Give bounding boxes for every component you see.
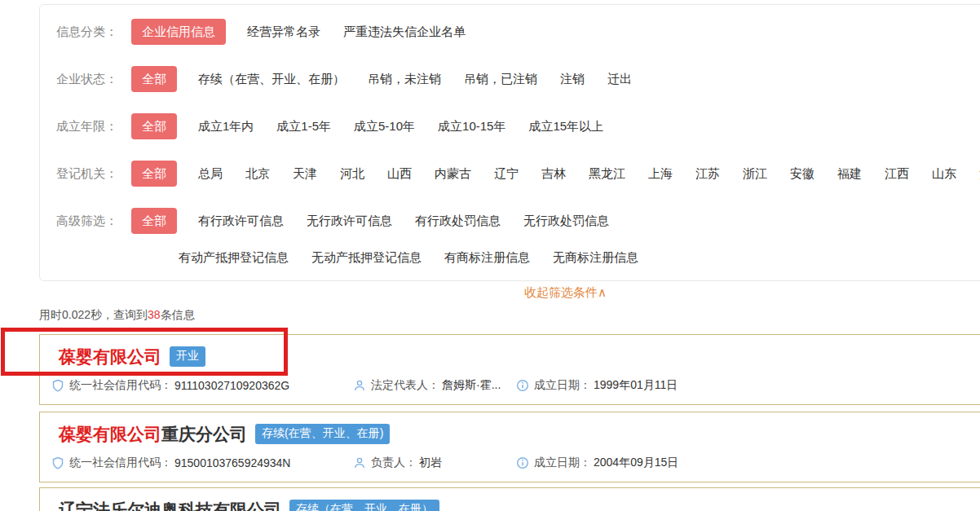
- field-label: 统一社会信用代码：: [69, 456, 172, 470]
- filter-selected-button[interactable]: 全部: [131, 208, 177, 234]
- field-label: 负责人：: [371, 456, 417, 470]
- filter-row-label: 成立年限：: [56, 119, 131, 134]
- field-label: 成立日期：: [534, 378, 591, 393]
- legal-rep-field: 法定代表人： 詹姆斯·霍...: [353, 378, 516, 393]
- company-name-rest: 辽宁法乐尔迪奥科技有限公司: [59, 500, 281, 511]
- filter-option[interactable]: 天津: [293, 166, 317, 182]
- shield-icon: [51, 379, 64, 392]
- filter-option[interactable]: 有动产抵押登记信息: [179, 250, 289, 266]
- filter-option[interactable]: 河北: [340, 166, 364, 182]
- filter-row-enterprise-status: 企业状态： 全部 存续（在营、开业、在册） 吊销，未注销 吊销，已注销 注销 迁…: [56, 55, 980, 103]
- filter-option[interactable]: 吊销，已注销: [464, 72, 537, 87]
- filter-option[interactable]: 成立15年以上: [528, 119, 603, 134]
- company-name-link[interactable]: 葆婴有限公司重庆分公司: [59, 423, 247, 445]
- filter-selected-button[interactable]: 全部: [131, 66, 177, 92]
- filter-option[interactable]: 经营异常名录: [247, 24, 320, 40]
- filter-option[interactable]: 存续（在营、开业、在册）: [198, 72, 345, 87]
- filter-option[interactable]: 吊销，未注销: [368, 72, 441, 87]
- filter-options: 有行政许可信息 无行政许可信息 有行政处罚信息 无行政处罚信息: [198, 214, 609, 229]
- filter-option[interactable]: 辽宁: [494, 166, 519, 182]
- filter-option[interactable]: 成立10-15年: [438, 119, 505, 134]
- collapse-filters-link[interactable]: 收起筛选条件∧: [524, 285, 607, 301]
- filter-selected-button[interactable]: 全部: [131, 113, 177, 139]
- result-summary-suffix: 条信息: [161, 308, 195, 321]
- filter-row-label: 企业状态：: [56, 72, 131, 87]
- company-name-link[interactable]: 葆婴有限公司: [59, 346, 161, 368]
- company-name-link[interactable]: 辽宁法乐尔迪奥科技有限公司: [59, 499, 281, 511]
- filter-option[interactable]: 浙江: [743, 166, 767, 182]
- filter-option[interactable]: 江西: [885, 166, 909, 182]
- field-value: 91500103765924934N: [174, 456, 290, 469]
- filter-option[interactable]: 安徽: [790, 166, 814, 182]
- result-title-row: 辽宁法乐尔迪奥科技有限公司 存续（在营、开业、在册）: [59, 499, 980, 511]
- person-icon: [353, 456, 366, 469]
- filter-option[interactable]: 有行政处罚信息: [415, 214, 501, 229]
- field-label: 成立日期：: [534, 456, 591, 470]
- filter-option[interactable]: 严重违法失信企业名单: [343, 24, 466, 40]
- filter-option[interactable]: 内蒙古: [435, 166, 471, 182]
- result-title-row: 葆婴有限公司 开业: [59, 346, 980, 368]
- filter-option[interactable]: 山西: [387, 166, 412, 182]
- result-summary: 用时0.022秒，查询到38条信息: [39, 308, 195, 323]
- filter-option[interactable]: 无商标注册信息: [553, 250, 638, 266]
- status-badge: 开业: [170, 346, 205, 367]
- filter-options: 总局 北京 天津 河北 山西 内蒙古 辽宁 吉林 黑龙江 上海 江苏 浙江 安徽…: [198, 166, 980, 182]
- filter-row-registration-authority: 登记机关： 全部 总局 北京 天津 河北 山西 内蒙古 辽宁 吉林 黑龙江 上海…: [56, 150, 980, 197]
- filter-option[interactable]: 黑龙江: [589, 166, 625, 182]
- result-title-row: 葆婴有限公司重庆分公司 存续(在营、开业、在册): [59, 423, 980, 445]
- result-summary-prefix: 用时0.022秒，查询到: [39, 308, 148, 321]
- field-value: 1999年01月11日: [594, 378, 678, 393]
- filter-option[interactable]: 山东: [932, 166, 956, 182]
- filter-options: 成立1年内 成立1-5年 成立5-10年 成立10-15年 成立15年以上: [198, 119, 603, 134]
- company-name-highlight: 葆婴有限公司: [59, 347, 161, 366]
- result-count: 38: [148, 308, 161, 321]
- filter-option[interactable]: 吉林: [541, 166, 566, 182]
- person-icon: [353, 379, 366, 392]
- establish-date-field: 成立日期： 1999年01月11日: [516, 378, 678, 393]
- filter-option[interactable]: 无行政处罚信息: [523, 214, 609, 229]
- filter-option[interactable]: 江苏: [695, 166, 720, 182]
- field-value: 初岩: [419, 456, 442, 470]
- filter-options: 经营异常名录 严重违法失信企业名单: [247, 24, 466, 40]
- result-fields-row: 统一社会信用代码： 91110302710920362G 法定代表人： 詹姆斯·…: [51, 378, 980, 393]
- info-icon: [516, 456, 529, 469]
- filter-option[interactable]: 成立5-10年: [354, 119, 415, 134]
- filter-row-label: 高级筛选：: [56, 214, 131, 229]
- filter-panel: 信息分类： 企业信用信息 经营异常名录 严重违法失信企业名单 企业状态： 全部 …: [39, 4, 980, 281]
- filter-option[interactable]: 注销: [560, 72, 585, 87]
- filter-row-advanced-line2: 有动产抵押登记信息 无动产抵押登记信息 有商标注册信息 无商标注册信息: [56, 240, 980, 275]
- filter-option[interactable]: 有商标注册信息: [444, 250, 530, 266]
- filter-option[interactable]: 上海: [648, 166, 673, 182]
- info-icon: [516, 379, 529, 392]
- result-card: 葆婴有限公司 开业 统一社会信用代码： 91110302710920362G 法…: [39, 334, 980, 405]
- filter-option[interactable]: 北京: [245, 166, 270, 182]
- filter-row-info-category: 信息分类： 企业信用信息 经营异常名录 严重违法失信企业名单: [56, 8, 980, 55]
- filter-option[interactable]: 成立1年内: [198, 119, 254, 134]
- filter-option[interactable]: 无动产抵押登记信息: [311, 250, 422, 266]
- filter-options: 有动产抵押登记信息 无动产抵押登记信息 有商标注册信息 无商标注册信息: [179, 250, 638, 266]
- field-value: 2004年09月15日: [594, 456, 678, 470]
- filter-selected-button[interactable]: 全部: [131, 161, 177, 187]
- filter-option[interactable]: 无行政许可信息: [307, 214, 392, 229]
- filter-row-advanced: 高级筛选： 全部 有行政许可信息 无行政许可信息 有行政处罚信息 无行政处罚信息: [56, 197, 980, 244]
- credit-code-field: 统一社会信用代码： 91110302710920362G: [51, 378, 353, 393]
- result-card: 辽宁法乐尔迪奥科技有限公司 存续（在营、开业、在册）: [39, 487, 980, 511]
- status-badge: 存续(在营、开业、在册): [255, 424, 390, 444]
- filter-option[interactable]: 总局: [198, 166, 223, 182]
- field-label: 法定代表人：: [371, 378, 439, 393]
- result-fields-row: 统一社会信用代码： 91500103765924934N 负责人： 初岩 成立日…: [51, 456, 980, 470]
- company-name-rest: 重庆分公司: [161, 425, 247, 443]
- filter-option[interactable]: 福建: [837, 166, 862, 182]
- filter-options: 存续（在营、开业、在册） 吊销，未注销 吊销，已注销 注销 迁出: [198, 72, 632, 87]
- filter-row-establish-years: 成立年限： 全部 成立1年内 成立1-5年 成立5-10年 成立10-15年 成…: [56, 103, 980, 150]
- status-badge: 存续（在营、开业、在册）: [289, 500, 439, 511]
- filter-option[interactable]: 成立1-5年: [276, 119, 331, 134]
- establish-date-field: 成立日期： 2004年09月15日: [516, 456, 678, 470]
- filter-option[interactable]: 迁出: [607, 72, 632, 87]
- shield-icon: [51, 456, 64, 469]
- filter-selected-button[interactable]: 企业信用信息: [131, 19, 226, 45]
- filter-row-label: 信息分类：: [56, 24, 131, 40]
- field-value: 91110302710920362G: [174, 379, 289, 392]
- result-card: 葆婴有限公司重庆分公司 存续(在营、开业、在册) 统一社会信用代码： 91500…: [39, 412, 980, 482]
- filter-option[interactable]: 有行政许可信息: [198, 214, 284, 229]
